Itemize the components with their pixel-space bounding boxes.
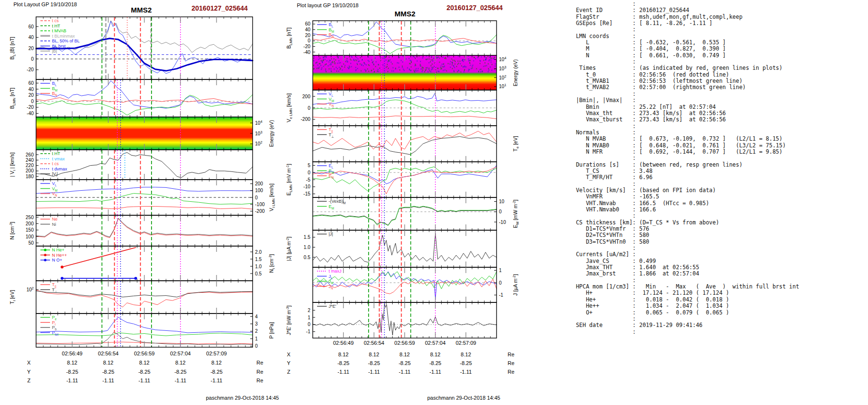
svg-text:BLMN [nT]: BLMN [nT] [286, 27, 293, 49]
svg-text:t vmax: t vmax [52, 157, 65, 161]
svg-text:102​: 102​ [26, 286, 34, 292]
svg-text:Re: Re [508, 352, 514, 357]
svg-text:EM​: EM​ [329, 204, 334, 210]
svg-text:-200: -200 [255, 209, 265, 214]
middle-event-id-title: 20160127_025644 [447, 4, 503, 12]
svg-text:02:56:54: 02:56:54 [98, 351, 119, 356]
svg-text:-8.25: -8.25 [337, 360, 349, 366]
svg-text:Vi LMN [km/s]: Vi LMN [km/s] [268, 183, 276, 211]
svg-text:Z: Z [287, 369, 291, 375]
left-plot-layout-label: Plot Layout GP 19/10/2018 [13, 1, 77, 7]
svg-text:8.12: 8.12 [338, 352, 348, 357]
svg-text:2: 2 [307, 308, 310, 313]
svg-text:260: 260 [26, 152, 34, 157]
svg-text:N O+: N O+ [52, 258, 62, 262]
svg-text:-15: -15 [304, 191, 311, 196]
svg-text:02:56:49: 02:56:49 [333, 340, 354, 346]
svg-text:180: 180 [26, 174, 34, 179]
svg-text:8.12: 8.12 [461, 352, 471, 357]
svg-text:104​: 104​ [255, 119, 262, 126]
svg-text:02:56:49: 02:56:49 [62, 351, 83, 356]
svg-text:-1.11: -1.11 [338, 369, 349, 375]
plot-column-left: 6040200-20BL,|B| [nT]t cst HTt MVABt BLm… [9, 17, 276, 383]
svg-text:100: 100 [255, 188, 263, 193]
middle-spacecraft-title: MMS2 [395, 10, 415, 18]
svg-text:JN​: JN​ [329, 284, 333, 290]
svg-text:60: 60 [28, 24, 34, 29]
svg-text:-200: -200 [301, 117, 310, 122]
svg-text:-1.11: -1.11 [66, 378, 78, 383]
left-event-id-title: 20160127_025644 [191, 4, 248, 12]
svg-text:8.12: 8.12 [67, 360, 77, 366]
svg-text:P [nPa]: P [nPa] [268, 322, 274, 339]
svg-text:102​: 102​ [499, 74, 506, 80]
svg-text:VN​: VN​ [329, 102, 334, 107]
svg-text:Energy (eV): Energy (eV) [268, 120, 274, 147]
svg-text:ELMN [mV m-1]: ELMN [mV m-1] [285, 164, 293, 196]
svg-text:40: 40 [305, 27, 311, 32]
svg-text:-100: -100 [255, 202, 265, 207]
svg-text:0.5: 0.5 [304, 255, 310, 260]
svg-text:Y: Y [287, 360, 291, 366]
svg-text:-1.11: -1.11 [368, 369, 380, 375]
svg-text:0: 0 [307, 38, 310, 43]
svg-text:-8.25: -8.25 [460, 360, 472, 366]
svg-text:X: X [27, 360, 31, 366]
svg-text:1.0: 1.0 [255, 264, 262, 269]
svg-text:t cs: t cs [52, 161, 59, 166]
svg-text:t MVAB: t MVAB [52, 28, 66, 33]
svg-text:-1.11: -1.11 [460, 369, 472, 375]
svg-text:2: 2 [255, 328, 258, 334]
panel-m3-ve-lmn: 2000-200Ve LMN [km/s]VL​VM​VN​ [286, 90, 497, 126]
event-info-panel: : Event ID : 20160127_025644 FlagStr : m… [573, 1, 866, 335]
svg-text:Energy (eV): Energy (eV) [512, 59, 518, 86]
svg-text:Ni [cm-3]: Ni [cm-3] [268, 254, 276, 273]
svg-text:-1: -1 [306, 329, 310, 334]
svg-text:0: 0 [255, 343, 258, 349]
svg-text:240: 240 [26, 157, 34, 163]
svg-text:0: 0 [307, 322, 310, 327]
svg-text:|B|: |B| [52, 49, 57, 53]
panel-p5-vi-lmn: 2001000-100-200Vi LMN [km/s]VL​VM​VN​ [36, 180, 276, 215]
svg-text:250: 250 [26, 215, 34, 220]
mms-event-screenshot: 6040200-20BL,|B| [nT]t cst HTt MVABt BLm… [0, 0, 868, 405]
svg-text:Re: Re [508, 360, 514, 366]
svg-text:BL, 50% of BL: BL, 50% of BL [52, 39, 80, 43]
svg-text:Ne: Ne [52, 217, 58, 222]
svg-text:1.0: 1.0 [304, 245, 310, 250]
svg-text:02:57:09: 02:57:09 [206, 351, 227, 356]
svg-text:02:57:04: 02:57:04 [425, 340, 446, 346]
svg-text:-1.11: -1.11 [399, 369, 410, 375]
svg-text:0.5: 0.5 [255, 271, 262, 276]
svg-text:200: 200 [255, 181, 263, 186]
panel-m2-electron-spectrogram: 104​103​102​101​Energy (eV) [313, 55, 518, 90]
svg-text:0: 0 [255, 195, 258, 200]
left-plot-footer: paschmann 29-Oct-2018 14:45 [206, 395, 279, 401]
svg-text:N [cm-3]: N [cm-3] [9, 222, 15, 239]
svg-text:40: 40 [28, 35, 34, 40]
svg-text:200: 200 [302, 94, 310, 99]
svg-text:-20: -20 [27, 67, 34, 72]
svg-text:8.12: 8.12 [139, 360, 149, 366]
svg-text:103​: 103​ [255, 130, 262, 136]
svg-text:N He++: N He++ [52, 253, 67, 258]
svg-text:100: 100 [26, 234, 34, 239]
svg-text:8.12: 8.12 [211, 360, 221, 366]
svg-text:10: 10 [499, 199, 505, 204]
svg-text:-8.25: -8.25 [210, 369, 222, 375]
svg-text:EN​: EN​ [329, 173, 334, 179]
svg-text:20: 20 [28, 92, 34, 98]
panel-m7-jmag: 1.51.00.5|J| [µA m-2]|J| [285, 230, 497, 267]
svg-text:-10: -10 [304, 184, 311, 189]
svg-text:-1.11: -1.11 [102, 378, 114, 383]
svg-text:0: 0 [307, 170, 310, 175]
svg-text:-5: -5 [306, 177, 310, 183]
svg-text:T⊥​: T⊥​ [329, 132, 334, 138]
svg-text:Re: Re [256, 369, 263, 375]
svg-text:-20: -20 [27, 105, 34, 110]
svg-text:-1: -1 [499, 292, 503, 298]
svg-text:60: 60 [305, 21, 311, 26]
svg-text:102​: 102​ [255, 140, 262, 146]
svg-text:60: 60 [28, 80, 34, 86]
svg-text:103​: 103​ [499, 65, 506, 71]
